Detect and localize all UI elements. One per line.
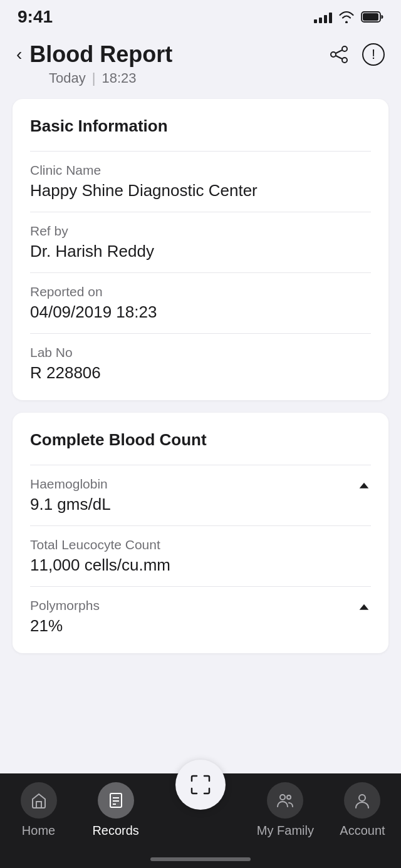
lab-no-label: Lab No (30, 345, 371, 360)
bottom-navigation: Home Records (0, 773, 401, 868)
clinic-name-row: Clinic Name Happy Shine Diagnostic Cente… (30, 151, 371, 212)
page-header: ‹ Blood Report ! Today|18:23 (0, 34, 401, 99)
polymorphs-label: Polymorphs (30, 598, 100, 613)
scan-button-wrapper (175, 760, 226, 810)
clinic-name-label: Clinic Name (30, 163, 371, 178)
signal-icon (314, 11, 332, 23)
nav-item-myfamily[interactable]: My Family (247, 782, 324, 838)
home-bar (0, 850, 401, 868)
reported-on-value: 04/09/2019 18:23 (30, 302, 371, 322)
back-button[interactable]: ‹ (15, 43, 23, 66)
nav-items-row: Home Records (0, 773, 401, 850)
svg-text:!: ! (372, 46, 375, 62)
leucocyte-value: 11,000 cells/cu.mm (30, 555, 371, 575)
leucocyte-label: Total Leucocyte Count (30, 537, 371, 552)
leucocyte-row: Total Leucocyte Count 11,000 cells/cu.mm (30, 525, 371, 586)
ref-by-row: Ref by Dr. Harish Reddy (30, 212, 371, 272)
svg-line-6 (336, 56, 342, 59)
status-time: 9:41 (18, 7, 53, 27)
lab-no-row: Lab No R 228806 (30, 333, 371, 394)
haemoglobin-indicator (357, 480, 371, 497)
blood-count-title: Complete Blood Count (30, 430, 371, 450)
home-bar-line (150, 857, 251, 861)
lab-no-value: R 228806 (30, 363, 371, 383)
nav-item-account[interactable]: Account (324, 782, 401, 838)
svg-point-13 (280, 795, 285, 800)
haemoglobin-label: Haemoglobin (30, 477, 111, 492)
nav-item-home[interactable]: Home (0, 782, 77, 838)
report-time: 18:23 (102, 70, 136, 86)
account-icon-circle (344, 782, 380, 819)
wifi-icon (338, 11, 355, 23)
status-bar: 9:41 (0, 0, 401, 34)
home-icon-circle (21, 782, 57, 819)
haemoglobin-value: 9.1 gms/dL (30, 495, 111, 514)
haemoglobin-row: Haemoglobin 9.1 gms/dL (30, 465, 371, 525)
header-subtitle: Today|18:23 (49, 70, 386, 86)
page-title: Blood Report (29, 41, 172, 68)
report-date: Today (49, 70, 86, 86)
svg-line-5 (336, 50, 342, 53)
header-left: ‹ Blood Report (15, 41, 172, 68)
main-content: Basic Information Clinic Name Happy Shin… (0, 99, 401, 766)
nav-item-scan[interactable] (154, 782, 247, 815)
home-nav-label: Home (22, 824, 55, 838)
svg-rect-1 (363, 13, 378, 21)
svg-point-14 (287, 795, 291, 799)
ref-by-value: Dr. Harish Reddy (30, 242, 371, 261)
account-nav-label: Account (340, 824, 385, 838)
basic-info-title: Basic Information (30, 116, 371, 136)
basic-info-card: Basic Information Clinic Name Happy Shin… (13, 99, 388, 400)
polymorphs-indicator (357, 602, 371, 618)
reported-on-row: Reported on 04/09/2019 18:23 (30, 272, 371, 333)
polymorphs-row: Polymorphs 21% (30, 586, 371, 647)
share-button[interactable] (328, 44, 350, 65)
myfamily-icon-circle (267, 782, 303, 819)
nav-item-records[interactable]: Records (77, 782, 154, 838)
header-top-row: ‹ Blood Report ! (15, 41, 386, 68)
blood-count-card: Complete Blood Count Haemoglobin 9.1 gms… (13, 413, 388, 653)
records-nav-label: Records (92, 824, 138, 838)
records-icon-circle (98, 782, 134, 819)
myfamily-nav-label: My Family (257, 824, 314, 838)
status-icons (314, 11, 383, 23)
battery-icon (361, 11, 383, 23)
svg-point-15 (359, 795, 365, 801)
svg-point-3 (331, 52, 336, 57)
polymorphs-value: 21% (30, 616, 100, 636)
svg-point-4 (342, 58, 347, 63)
scan-button[interactable] (175, 760, 226, 810)
clinic-name-value: Happy Shine Diagnostic Center (30, 181, 371, 200)
info-button[interactable]: ! (361, 42, 386, 67)
svg-point-2 (342, 46, 347, 51)
ref-by-label: Ref by (30, 224, 371, 239)
reported-on-label: Reported on (30, 284, 371, 299)
header-actions: ! (328, 42, 386, 67)
